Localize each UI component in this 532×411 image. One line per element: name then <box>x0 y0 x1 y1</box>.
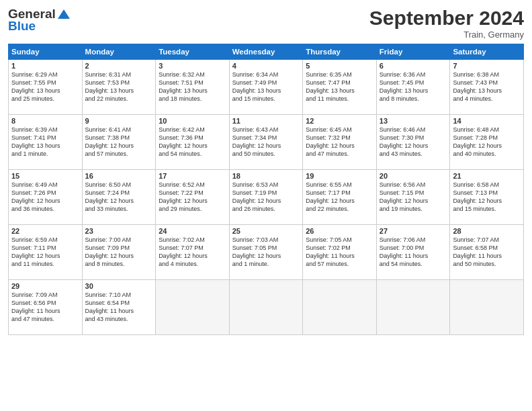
day-number: 13 <box>380 117 447 125</box>
table-cell: 16Sunrise: 6:50 AM Sunset: 7:24 PM Dayli… <box>82 170 156 225</box>
col-saturday: Saturday <box>450 44 524 60</box>
col-tuesday: Tuesday <box>156 44 230 60</box>
day-number: 21 <box>453 172 521 180</box>
col-sunday: Sunday <box>9 44 83 60</box>
calendar-container: General Blue September 2024 Train, Germa… <box>0 0 532 342</box>
day-number: 7 <box>453 62 521 70</box>
day-info: Sunrise: 6:35 AM Sunset: 7:47 PM Dayligh… <box>306 71 373 103</box>
day-number: 30 <box>85 282 153 290</box>
day-info: Sunrise: 6:42 AM Sunset: 7:36 PM Dayligh… <box>159 126 226 158</box>
table-cell <box>450 280 524 335</box>
table-cell: 2Sunrise: 6:31 AM Sunset: 7:53 PM Daylig… <box>82 60 156 115</box>
col-thursday: Thursday <box>303 44 377 60</box>
table-cell <box>156 280 230 335</box>
logo-icon <box>56 8 71 20</box>
svg-marker-0 <box>58 9 70 19</box>
table-cell: 27Sunrise: 7:06 AM Sunset: 7:00 PM Dayli… <box>376 225 450 280</box>
table-cell: 14Sunrise: 6:48 AM Sunset: 7:28 PM Dayli… <box>450 115 524 170</box>
table-cell: 29Sunrise: 7:09 AM Sunset: 6:56 PM Dayli… <box>9 280 83 335</box>
title-area: September 2024 Train, Germany <box>369 7 524 40</box>
day-info: Sunrise: 6:58 AM Sunset: 7:13 PM Dayligh… <box>453 181 521 214</box>
day-number: 18 <box>232 172 300 180</box>
table-cell: 21Sunrise: 6:58 AM Sunset: 7:13 PM Dayli… <box>450 170 524 225</box>
day-number: 28 <box>453 227 521 235</box>
day-info: Sunrise: 6:46 AM Sunset: 7:30 PM Dayligh… <box>380 126 447 158</box>
table-cell: 25Sunrise: 7:03 AM Sunset: 7:05 PM Dayli… <box>229 225 303 280</box>
day-number: 25 <box>232 227 300 235</box>
day-number: 2 <box>85 62 153 70</box>
col-wednesday: Wednesday <box>229 44 303 60</box>
day-info: Sunrise: 6:34 AM Sunset: 7:49 PM Dayligh… <box>232 71 300 103</box>
day-info: Sunrise: 7:05 AM Sunset: 7:02 PM Dayligh… <box>306 236 373 269</box>
table-row: 8Sunrise: 6:39 AM Sunset: 7:41 PM Daylig… <box>9 115 524 170</box>
day-number: 26 <box>306 227 373 235</box>
table-cell: 15Sunrise: 6:49 AM Sunset: 7:26 PM Dayli… <box>9 170 83 225</box>
day-number: 4 <box>232 62 300 70</box>
day-number: 8 <box>11 117 79 125</box>
table-cell: 11Sunrise: 6:43 AM Sunset: 7:34 PM Dayli… <box>229 115 303 170</box>
day-number: 9 <box>85 117 153 125</box>
table-cell: 8Sunrise: 6:39 AM Sunset: 7:41 PM Daylig… <box>9 115 83 170</box>
day-number: 22 <box>11 227 79 235</box>
day-info: Sunrise: 7:00 AM Sunset: 7:09 PM Dayligh… <box>85 236 153 269</box>
col-monday: Monday <box>82 44 156 60</box>
month-title: September 2024 <box>369 7 524 30</box>
day-info: Sunrise: 6:55 AM Sunset: 7:17 PM Dayligh… <box>306 181 373 214</box>
day-number: 3 <box>159 62 226 70</box>
table-cell: 20Sunrise: 6:56 AM Sunset: 7:15 PM Dayli… <box>376 170 450 225</box>
day-info: Sunrise: 7:07 AM Sunset: 6:58 PM Dayligh… <box>453 236 521 269</box>
table-cell <box>376 280 450 335</box>
table-cell: 9Sunrise: 6:41 AM Sunset: 7:38 PM Daylig… <box>82 115 156 170</box>
day-info: Sunrise: 6:38 AM Sunset: 7:43 PM Dayligh… <box>453 71 521 103</box>
day-info: Sunrise: 6:56 AM Sunset: 7:15 PM Dayligh… <box>380 181 447 214</box>
day-info: Sunrise: 7:06 AM Sunset: 7:00 PM Dayligh… <box>380 236 447 269</box>
table-cell: 5Sunrise: 6:35 AM Sunset: 7:47 PM Daylig… <box>303 60 377 115</box>
day-number: 1 <box>11 62 79 70</box>
day-info: Sunrise: 6:29 AM Sunset: 7:55 PM Dayligh… <box>11 71 79 103</box>
table-cell: 4Sunrise: 6:34 AM Sunset: 7:49 PM Daylig… <box>229 60 303 115</box>
day-info: Sunrise: 6:50 AM Sunset: 7:24 PM Dayligh… <box>85 181 153 214</box>
day-info: Sunrise: 6:49 AM Sunset: 7:26 PM Dayligh… <box>11 181 79 214</box>
day-info: Sunrise: 6:52 AM Sunset: 7:22 PM Dayligh… <box>159 181 226 214</box>
day-number: 17 <box>159 172 226 180</box>
header-row: Sunday Monday Tuesday Wednesday Thursday… <box>9 44 524 60</box>
day-info: Sunrise: 7:03 AM Sunset: 7:05 PM Dayligh… <box>232 236 300 269</box>
day-info: Sunrise: 6:39 AM Sunset: 7:41 PM Dayligh… <box>11 126 79 158</box>
table-cell <box>229 280 303 335</box>
table-cell: 28Sunrise: 7:07 AM Sunset: 6:58 PM Dayli… <box>450 225 524 280</box>
table-cell: 18Sunrise: 6:53 AM Sunset: 7:19 PM Dayli… <box>229 170 303 225</box>
day-info: Sunrise: 7:10 AM Sunset: 6:54 PM Dayligh… <box>85 291 153 324</box>
day-number: 12 <box>306 117 373 125</box>
table-cell: 19Sunrise: 6:55 AM Sunset: 7:17 PM Dayli… <box>303 170 377 225</box>
day-number: 20 <box>380 172 447 180</box>
table-cell: 23Sunrise: 7:00 AM Sunset: 7:09 PM Dayli… <box>82 225 156 280</box>
logo-blue: Blue <box>8 19 36 34</box>
table-cell: 22Sunrise: 6:59 AM Sunset: 7:11 PM Dayli… <box>9 225 83 280</box>
day-info: Sunrise: 6:31 AM Sunset: 7:53 PM Dayligh… <box>85 71 153 103</box>
day-info: Sunrise: 7:02 AM Sunset: 7:07 PM Dayligh… <box>159 236 226 269</box>
table-cell <box>303 280 377 335</box>
day-number: 6 <box>380 62 447 70</box>
day-info: Sunrise: 6:59 AM Sunset: 7:11 PM Dayligh… <box>11 236 79 269</box>
table-cell: 13Sunrise: 6:46 AM Sunset: 7:30 PM Dayli… <box>376 115 450 170</box>
day-number: 23 <box>85 227 153 235</box>
location: Train, Germany <box>369 30 524 40</box>
day-number: 15 <box>11 172 79 180</box>
table-row: 22Sunrise: 6:59 AM Sunset: 7:11 PM Dayli… <box>9 225 524 280</box>
table-cell: 24Sunrise: 7:02 AM Sunset: 7:07 PM Dayli… <box>156 225 230 280</box>
table-row: 1Sunrise: 6:29 AM Sunset: 7:55 PM Daylig… <box>9 60 524 115</box>
day-info: Sunrise: 6:36 AM Sunset: 7:45 PM Dayligh… <box>380 71 447 103</box>
day-info: Sunrise: 6:48 AM Sunset: 7:28 PM Dayligh… <box>453 126 521 158</box>
calendar-table: Sunday Monday Tuesday Wednesday Thursday… <box>8 44 524 335</box>
day-info: Sunrise: 6:53 AM Sunset: 7:19 PM Dayligh… <box>232 181 300 214</box>
header: General Blue September 2024 Train, Germa… <box>8 7 524 40</box>
day-info: Sunrise: 6:32 AM Sunset: 7:51 PM Dayligh… <box>159 71 226 103</box>
table-cell: 1Sunrise: 6:29 AM Sunset: 7:55 PM Daylig… <box>9 60 83 115</box>
day-number: 10 <box>159 117 226 125</box>
table-cell: 30Sunrise: 7:10 AM Sunset: 6:54 PM Dayli… <box>82 280 156 335</box>
table-row: 29Sunrise: 7:09 AM Sunset: 6:56 PM Dayli… <box>9 280 524 335</box>
table-cell: 10Sunrise: 6:42 AM Sunset: 7:36 PM Dayli… <box>156 115 230 170</box>
day-number: 24 <box>159 227 226 235</box>
table-cell: 3Sunrise: 6:32 AM Sunset: 7:51 PM Daylig… <box>156 60 230 115</box>
table-cell: 6Sunrise: 6:36 AM Sunset: 7:45 PM Daylig… <box>376 60 450 115</box>
